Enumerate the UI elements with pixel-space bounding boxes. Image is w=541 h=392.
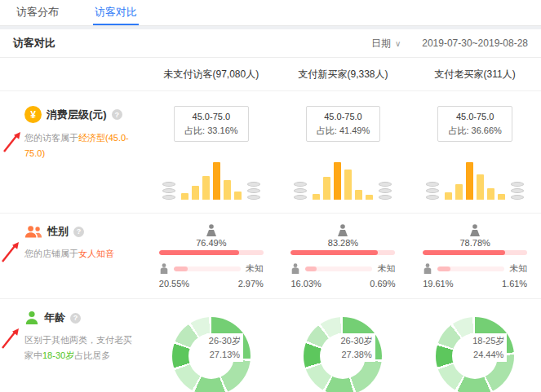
female-percent: 76.49% <box>196 238 226 248</box>
consume-cell: 45.0-75.0 占比: 33.16% <box>145 106 277 200</box>
range-ratio: 占比: 36.66% <box>448 124 501 138</box>
age-row-head: 年龄 ? 区别于其他两类，支付老买家中18-30岁占比居多 <box>0 311 145 392</box>
gender-row-title: 性别 <box>47 224 69 239</box>
coin-stack-icon <box>379 182 392 200</box>
coin-stack-icon <box>511 182 524 200</box>
bar-group <box>313 162 373 200</box>
consume-cell: 45.0-75.0 占比: 36.66% <box>409 106 541 200</box>
tab-bar: 访客分布 访客对比 <box>0 0 541 26</box>
unknown-percent: 1.61% <box>502 279 527 288</box>
consume-row-head: ¥ 消费层级(元) ? 您的访客属于经济型(45.0-75.0) <box>0 106 145 200</box>
consume-row-title: 消费层级(元) <box>47 108 107 122</box>
column-headers: 未支付访客(97,080人) 支付新买家(9,338人) 支付老买家(311人) <box>0 58 541 91</box>
age-segment-percent: 24.44% <box>472 348 504 362</box>
gender-desc-prefix: 您的店铺属于 <box>24 249 78 258</box>
row-age: 年龄 ? 区别于其他两类，支付老买家中18-30岁占比居多 26-30岁 27.… <box>0 299 541 392</box>
unknown-percent: 0.69% <box>370 279 395 288</box>
column-header-new-buyers: 支付新买家(9,338人) <box>277 58 410 90</box>
age-desc-highlight: 18-30岁 <box>42 350 74 360</box>
coin-stack-icon <box>247 182 260 200</box>
female-icon <box>337 224 348 236</box>
row-consume-level: ¥ 消费层级(元) ? 您的访客属于经济型(45.0-75.0) 45.0-75… <box>0 91 541 214</box>
female-icon <box>469 224 481 236</box>
coin-stack-icon <box>294 182 307 200</box>
gender-row-head: 性别 ? 您的店铺属于女人知音 <box>0 224 145 288</box>
bar-group <box>445 162 505 200</box>
age-segment-label: 26-30岁 <box>209 334 241 348</box>
people-icon <box>24 224 42 239</box>
female-percent: 83.28% <box>328 238 358 248</box>
consume-desc-prefix: 您的访客属于 <box>24 133 78 143</box>
annotation-arrow-icon <box>0 324 23 351</box>
help-icon[interactable]: ? <box>112 109 122 120</box>
unknown-percent: 2.97% <box>238 279 264 288</box>
annotation-arrow-icon <box>0 127 24 155</box>
range-value: 45.0-75.0 <box>448 110 501 124</box>
tab-visitor-compare[interactable]: 访客对比 <box>93 0 139 25</box>
row-gender: 性别 ? 您的店铺属于女人知音 76.49% 未知 20.55% <box>0 214 541 299</box>
age-desc-suffix: 占比居多 <box>74 350 110 360</box>
coin-stack-icon <box>426 182 439 200</box>
male-icon <box>290 263 300 274</box>
age-row-title: 年龄 <box>44 311 65 325</box>
consume-bar-chart <box>288 152 397 200</box>
male-bar <box>305 266 372 271</box>
age-cell: 26-30岁 27.38% <box>304 317 382 392</box>
unknown-label: 未知 <box>246 262 264 275</box>
annotation-arrow-icon <box>0 237 23 265</box>
column-header-unpaid-visitors: 未支付访客(97,080人) <box>145 58 277 90</box>
gender-cell: 83.28% 未知 16.03% 0.69% <box>290 224 395 288</box>
chevron-down-icon: ∨ <box>395 39 401 48</box>
range-ratio: 占比: 41.49% <box>317 124 370 138</box>
male-bar <box>437 266 504 271</box>
age-segment-label: 26-30岁 <box>340 334 372 348</box>
panel-title: 访客对比 <box>13 36 55 51</box>
male-percent: 20.55% <box>159 279 189 288</box>
range-ratio: 占比: 33.16% <box>184 124 237 138</box>
help-icon[interactable]: ? <box>70 313 81 324</box>
gender-cell: 78.78% 未知 19.61% 1.61% <box>423 224 527 288</box>
tab-visitor-distribution[interactable]: 访客分布 <box>15 0 60 25</box>
male-bar <box>174 266 241 271</box>
date-label: 日期 <box>371 37 391 51</box>
age-segment-percent: 27.13% <box>209 348 241 362</box>
person-icon <box>24 311 39 325</box>
range-value: 45.0-75.0 <box>184 110 237 124</box>
age-segment-percent: 27.38% <box>340 348 372 362</box>
coin-icon: ¥ <box>24 106 42 123</box>
coin-stack-icon <box>162 182 175 200</box>
date-picker[interactable]: 日期 ∨ 2019-07-30~2019-08-28 <box>371 37 528 51</box>
gender-cell: 76.49% 未知 20.55% 2.97% <box>159 224 264 288</box>
female-bar <box>423 250 527 255</box>
gender-desc-highlight: 女人知音 <box>78 249 114 258</box>
age-row-desc: 区别于其他两类，支付老买家中18-30岁占比居多 <box>24 333 134 363</box>
column-header-old-buyers: 支付老买家(311人) <box>409 58 541 90</box>
male-icon <box>423 263 432 274</box>
consume-bar-chart <box>420 152 530 200</box>
female-bar <box>159 250 264 255</box>
visitor-compare-panel: 访客对比 日期 ∨ 2019-07-30~2019-08-28 未支付访客(97… <box>0 29 541 392</box>
female-percent: 78.78% <box>460 238 490 248</box>
donut-label: 26-30岁 27.38% <box>338 333 375 362</box>
range-box: 45.0-75.0 占比: 33.16% <box>174 106 248 142</box>
male-percent: 16.03% <box>290 279 321 288</box>
age-cell: 18-25岁 24.44% <box>436 317 514 392</box>
bar-group <box>181 162 242 200</box>
male-icon <box>159 263 169 274</box>
unknown-label: 未知 <box>377 262 395 275</box>
help-icon[interactable]: ? <box>73 227 84 237</box>
gender-row-desc: 您的店铺属于女人知音 <box>24 246 134 262</box>
date-range-value: 2019-07-30~2019-08-28 <box>422 37 528 49</box>
female-icon <box>206 224 217 236</box>
age-segment-label: 18-25岁 <box>472 334 504 348</box>
consume-cell: 45.0-75.0 占比: 41.49% <box>277 106 410 200</box>
unknown-label: 未知 <box>509 262 527 275</box>
donut-label: 26-30岁 27.13% <box>206 333 243 362</box>
range-box: 45.0-75.0 占比: 36.66% <box>437 106 512 142</box>
range-value: 45.0-75.0 <box>317 110 370 124</box>
consume-row-desc: 您的访客属于经济型(45.0-75.0) <box>24 130 134 161</box>
female-bar <box>290 250 395 255</box>
male-percent: 19.61% <box>423 279 453 288</box>
panel-header: 访客对比 日期 ∨ 2019-07-30~2019-08-28 <box>0 29 541 58</box>
age-cell: 26-30岁 27.13% <box>172 317 251 392</box>
